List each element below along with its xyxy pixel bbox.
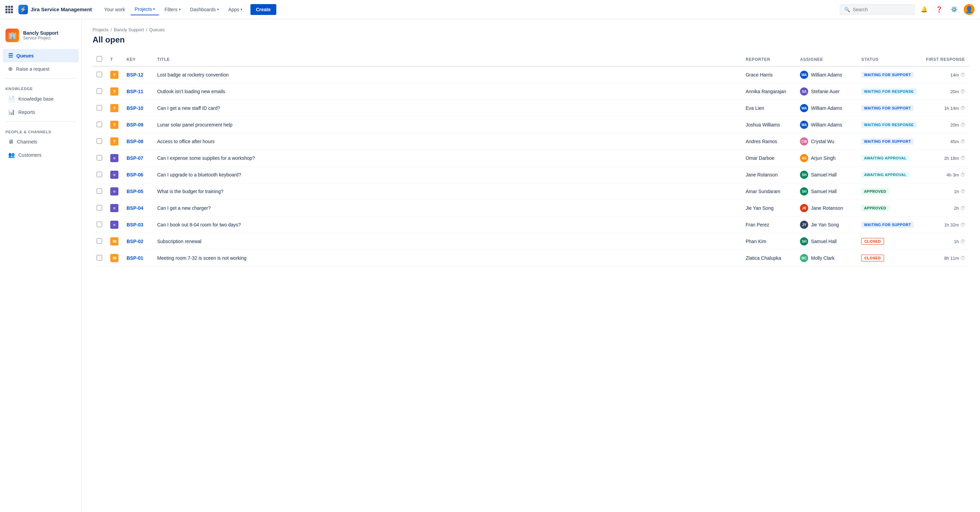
assignee-name: Samuel Hall xyxy=(811,239,837,244)
assignee-cell: SH Samuel Hall xyxy=(800,187,853,195)
row-checkbox-7[interactable] xyxy=(97,189,102,194)
row-checkbox-1[interactable] xyxy=(97,89,102,94)
table-row: ≡ BSP-07 Can I expense some supplies for… xyxy=(92,150,969,166)
row-checkbox-4[interactable] xyxy=(97,138,102,144)
issue-title[interactable]: Lunar solar panel procurement help xyxy=(157,122,232,127)
issue-title[interactable]: Can I get a new staff ID card? xyxy=(157,105,220,111)
app-switcher-icon[interactable] xyxy=(5,6,13,13)
sidebar-item-customers[interactable]: 👥 Customers xyxy=(3,148,79,162)
row-checkbox-0[interactable] xyxy=(97,72,102,77)
issue-key[interactable]: BSP-04 xyxy=(127,205,143,211)
filters-chevron-icon: ▾ xyxy=(179,8,181,11)
type-icon-question: ? xyxy=(110,87,118,95)
sidebar-item-channels[interactable]: 🖥 Channels xyxy=(3,135,79,148)
nav-projects[interactable]: Projects ▾ xyxy=(130,4,159,15)
issue-title[interactable]: Outlook isn't loading new emails xyxy=(157,89,225,94)
people-section-label: PEOPLE & CHANNELS xyxy=(0,124,81,135)
raise-request-icon: ⊕ xyxy=(8,66,13,72)
issue-title[interactable]: What is the budget for training? xyxy=(157,189,224,194)
user-avatar[interactable]: 👤 xyxy=(964,4,975,15)
logo-text: Jira Service Management xyxy=(30,6,92,12)
table-row: ? BSP-10 Can I get a new staff ID card? … xyxy=(92,100,969,117)
issue-key[interactable]: BSP-05 xyxy=(127,189,143,194)
row-checkbox-5[interactable] xyxy=(97,155,102,160)
issue-key[interactable]: BSP-06 xyxy=(127,172,143,178)
table-row: ≡ BSP-04 Can I get a new charger? Jie Ya… xyxy=(92,200,969,217)
status-badge: WAITING FOR SUPPORT xyxy=(861,138,914,144)
sidebar-item-raise-request-label: Raise a request xyxy=(16,66,49,72)
breadcrumb-bancly-support[interactable]: Bancly Support xyxy=(114,27,144,32)
type-icon-email: ✉ xyxy=(110,237,118,246)
issue-key[interactable]: BSP-09 xyxy=(127,122,143,127)
settings-button[interactable]: ⚙️ xyxy=(949,4,959,15)
clock-icon: ⏱ xyxy=(960,205,965,211)
table-row: ? BSP-08 Access to office after hours An… xyxy=(92,133,969,150)
col-header-type: T xyxy=(106,53,123,66)
help-button[interactable]: ❓ xyxy=(934,4,945,15)
row-checkbox-10[interactable] xyxy=(97,238,102,244)
main-content: Projects / Bancly Support / Queues All o… xyxy=(82,19,980,512)
create-button[interactable]: Create xyxy=(250,4,276,15)
issue-title[interactable]: Can I expense some supplies for a worksh… xyxy=(157,155,255,161)
row-checkbox-9[interactable] xyxy=(97,222,102,227)
nav-apps[interactable]: Apps ▾ xyxy=(224,4,247,15)
nav-dashboards[interactable]: Dashboards ▾ xyxy=(186,4,223,15)
sidebar-divider-1 xyxy=(5,78,76,79)
issue-key[interactable]: BSP-12 xyxy=(127,72,143,78)
issue-key[interactable]: BSP-07 xyxy=(127,155,143,161)
issue-title[interactable]: Can I get a new charger? xyxy=(157,205,211,211)
assignee-cell: JR Jane Rotanson xyxy=(800,204,853,212)
sidebar-item-channels-label: Channels xyxy=(17,139,37,144)
issue-title[interactable]: Access to office after hours xyxy=(157,139,215,144)
first-response: 1h ⏱ xyxy=(926,239,965,244)
status-badge: WAITING FOR RESPONSE xyxy=(861,89,916,95)
reporter-name: Eva Lien xyxy=(746,105,764,111)
nav-your-work[interactable]: Your work xyxy=(100,4,129,15)
dashboards-chevron-icon: ▾ xyxy=(217,8,219,11)
first-response-time: 2h 18m xyxy=(944,156,959,161)
breadcrumb-projects[interactable]: Projects xyxy=(92,27,108,32)
assignee-cell: SH Samuel Hall xyxy=(800,171,853,179)
issue-key[interactable]: BSP-02 xyxy=(127,239,143,244)
sidebar-item-raise-request[interactable]: ⊕ Raise a request xyxy=(3,62,79,76)
reporter-name: Andres Ramos xyxy=(746,139,777,144)
clock-icon: ⏱ xyxy=(960,89,965,94)
apps-chevron-icon: ▾ xyxy=(240,8,242,11)
sidebar-item-queues[interactable]: ☰ Queues xyxy=(3,49,79,62)
row-checkbox-2[interactable] xyxy=(97,105,102,111)
app-layout: 🏢 Bancly Support Service Project ☰ Queue… xyxy=(0,0,980,512)
issue-key[interactable]: BSP-08 xyxy=(127,139,143,144)
row-checkbox-3[interactable] xyxy=(97,122,102,127)
type-icon-question: ? xyxy=(110,104,118,112)
assignee-cell: CW Crystal Wu xyxy=(800,137,853,146)
nav-filters[interactable]: Filters ▾ xyxy=(160,4,185,15)
issue-key[interactable]: BSP-10 xyxy=(127,105,143,111)
sidebar-item-knowledge-base[interactable]: 📄 Knowledge base xyxy=(3,92,79,105)
assignee-cell: MC Molly Clark xyxy=(800,254,853,262)
notifications-button[interactable]: 🔔 xyxy=(919,4,930,15)
reporter-name: Fran Perez xyxy=(746,222,769,227)
search-input[interactable] xyxy=(853,7,910,12)
issue-title[interactable]: Can I book out 8-04 room for two days? xyxy=(157,222,241,227)
row-checkbox-6[interactable] xyxy=(97,172,102,177)
first-response: 2h ⏱ xyxy=(926,205,965,211)
issue-title[interactable]: Meeting room 7-32 is sceen is not workin… xyxy=(157,255,247,261)
row-checkbox-8[interactable] xyxy=(97,205,102,211)
issue-key[interactable]: BSP-01 xyxy=(127,255,143,261)
issue-title[interactable]: Can I upgrade to a bluetooth keyboard? xyxy=(157,172,241,178)
row-checkbox-11[interactable] xyxy=(97,255,102,260)
table-row: ≡ BSP-05 What is the budget for training… xyxy=(92,183,969,200)
assignee-avatar: SH xyxy=(800,171,808,179)
issue-title[interactable]: Lost badge at rocketry convention xyxy=(157,72,229,78)
search-box[interactable]: 🔍 xyxy=(840,5,915,14)
issue-key[interactable]: BSP-11 xyxy=(127,89,143,94)
assignee-avatar: MC xyxy=(800,254,808,262)
select-all-checkbox[interactable] xyxy=(97,56,102,62)
issue-title[interactable]: Subscription renewal xyxy=(157,239,202,244)
table-row: ✉ BSP-02 Subscription renewal Phan Kim S… xyxy=(92,233,969,250)
first-response: 45m ⏱ xyxy=(926,139,965,144)
issue-key[interactable]: BSP-03 xyxy=(127,222,143,227)
assignee-avatar: JR xyxy=(800,204,808,212)
search-icon: 🔍 xyxy=(844,7,850,12)
sidebar-item-reports[interactable]: 📊 Reports xyxy=(3,105,79,119)
